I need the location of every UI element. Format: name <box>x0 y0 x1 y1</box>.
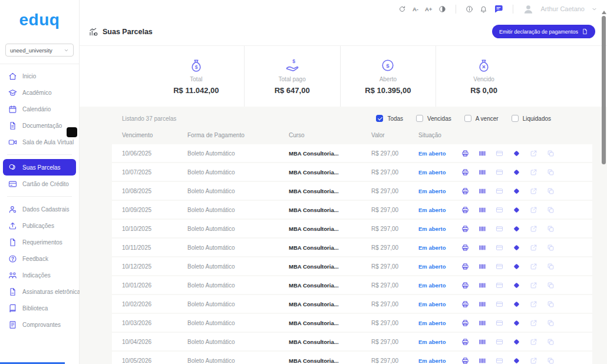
course-cell: MBA Consultoria... <box>289 282 371 289</box>
barcode-icon[interactable] <box>479 300 486 308</box>
barcode-icon[interactable] <box>479 225 486 233</box>
font-decrease-button[interactable]: A- <box>413 6 418 12</box>
printer-icon[interactable] <box>461 338 469 346</box>
pix-icon[interactable] <box>513 319 520 327</box>
barcode-icon[interactable] <box>479 168 486 176</box>
checkbox-liquidados[interactable] <box>512 115 519 122</box>
pix-icon[interactable] <box>513 300 520 308</box>
printer-icon[interactable] <box>461 168 469 176</box>
user-menu-chevron[interactable] <box>591 6 598 12</box>
checkbox-todas[interactable] <box>376 115 383 122</box>
sidebar-item-suas-parcelas[interactable]: Suas Parcelas <box>3 159 76 176</box>
sidebar-item-dados-cadastrais[interactable]: Dados Cadastrais <box>0 201 79 217</box>
book-icon <box>8 304 17 313</box>
pix-icon[interactable] <box>513 187 520 195</box>
checkbox-a-vencer[interactable] <box>464 115 471 122</box>
card-icon <box>496 150 503 157</box>
barcode-icon[interactable] <box>479 357 486 364</box>
payment-method-cell: Boleto Automático <box>187 188 289 194</box>
barcode-icon[interactable] <box>479 282 486 289</box>
copy-icon <box>547 206 555 214</box>
bell-icon[interactable] <box>480 5 487 13</box>
sidebar-item-requerimentos[interactable]: Requerimentos <box>0 234 79 250</box>
table-row: 10/08/2025Boleto AutomáticoMBA Consultor… <box>112 182 592 200</box>
barcode-icon[interactable] <box>479 150 486 157</box>
status-badge: Em aberto <box>418 244 461 251</box>
barcode-icon[interactable] <box>479 244 486 252</box>
pix-icon[interactable] <box>513 150 520 157</box>
printer-icon[interactable] <box>461 300 469 308</box>
sidebar-item-inicio[interactable]: Inicio <box>0 68 79 84</box>
filter-vencidas[interactable]: Vencidas <box>416 115 451 122</box>
pix-icon[interactable] <box>513 338 520 346</box>
font-increase-button[interactable]: A+ <box>425 6 432 12</box>
printer-icon[interactable] <box>461 206 469 214</box>
external-link-icon <box>530 150 537 157</box>
status-badge: Em aberto <box>418 207 461 213</box>
brand-logo[interactable]: eduq <box>0 11 79 29</box>
sidebar-item-academico[interactable]: Acadêmico <box>0 84 79 101</box>
barcode-icon[interactable] <box>479 338 486 346</box>
sidebar-item-label: Sala de Aula Virtual <box>22 139 74 145</box>
row-actions <box>461 206 592 214</box>
sidebar-item-label: Assinaturas eletrônicas <box>22 289 83 295</box>
printer-icon[interactable] <box>461 357 469 364</box>
chat-icon[interactable] <box>494 4 503 14</box>
pix-icon[interactable] <box>513 168 520 176</box>
pix-icon[interactable] <box>513 244 520 252</box>
scrollbar-thumb[interactable] <box>602 16 606 164</box>
reset-icon[interactable] <box>398 5 406 13</box>
summary-card-value: R$ 11.042,00 <box>173 86 219 95</box>
printer-icon[interactable] <box>461 319 469 327</box>
university-select[interactable]: uneed_university <box>5 44 74 57</box>
pix-icon[interactable] <box>513 357 520 364</box>
printer-icon[interactable] <box>461 263 469 270</box>
pix-icon[interactable] <box>513 206 520 214</box>
card-icon <box>496 225 503 233</box>
filter-todas[interactable]: Todas <box>376 115 403 122</box>
pix-icon[interactable] <box>513 225 520 233</box>
payment-method-cell: Boleto Automático <box>187 358 289 364</box>
barcode-icon[interactable] <box>479 187 486 195</box>
course-cell: MBA Consultoria... <box>289 150 371 157</box>
printer-icon[interactable] <box>461 244 469 252</box>
filter-a-vencer[interactable]: A vencer <box>464 115 499 122</box>
table-row: 10/04/2026Boleto AutomáticoMBA Consultor… <box>112 333 592 350</box>
barcode-icon[interactable] <box>479 263 486 270</box>
user-name[interactable]: Arthur Caetano <box>540 5 585 12</box>
printer-icon[interactable] <box>461 150 469 157</box>
card-icon <box>496 244 503 252</box>
barcode-icon[interactable] <box>479 319 486 327</box>
course-cell: MBA Consultoria... <box>289 320 371 326</box>
sidebar-item-assinaturas-eletronicas[interactable]: Assinaturas eletrônicas <box>0 283 79 300</box>
page-header: Suas Parcelas Emitir declaração de pagam… <box>80 18 607 46</box>
sidebar-item-comprovantes[interactable]: Comprovantes <box>0 316 79 333</box>
user-icon <box>8 205 17 214</box>
sidebar-item-publicacoes[interactable]: Publicações <box>0 217 79 234</box>
sidebar-item-cartao-de-credito[interactable]: Cartão de Crédito <box>0 176 79 192</box>
sidebar-item-feedback[interactable]: Feedback <box>0 250 79 267</box>
external-link-icon <box>530 187 537 195</box>
due-date-cell: 10/11/2025 <box>122 244 187 251</box>
status-badge: Em aberto <box>418 320 461 326</box>
scrollbar[interactable] <box>601 11 606 364</box>
home-icon <box>8 72 17 81</box>
checkbox-vencidas[interactable] <box>416 115 423 122</box>
emit-declaration-button[interactable]: Emitir declaração de pagamentos <box>492 25 595 38</box>
sidebar-item-biblioteca[interactable]: Biblioteca <box>0 300 79 316</box>
pix-icon[interactable] <box>513 282 520 289</box>
contrast-icon[interactable] <box>438 5 446 13</box>
barcode-icon[interactable] <box>479 206 486 214</box>
printer-icon[interactable] <box>461 282 469 289</box>
external-link-icon <box>530 319 537 327</box>
filter-label: Todas <box>387 115 403 122</box>
scrollbar-up-arrow[interactable] <box>602 11 606 14</box>
sidebar-item-calendario[interactable]: Calendário <box>0 101 79 117</box>
printer-icon[interactable] <box>461 187 469 195</box>
sidebar-item-indicacoes[interactable]: Indicações <box>0 267 79 283</box>
emit-declaration-label: Emitir declaração de pagamentos <box>499 29 578 35</box>
pix-icon[interactable] <box>513 263 520 270</box>
info-icon[interactable] <box>466 5 473 13</box>
filter-liquidados[interactable]: Liquidados <box>512 115 551 122</box>
printer-icon[interactable] <box>461 225 469 233</box>
